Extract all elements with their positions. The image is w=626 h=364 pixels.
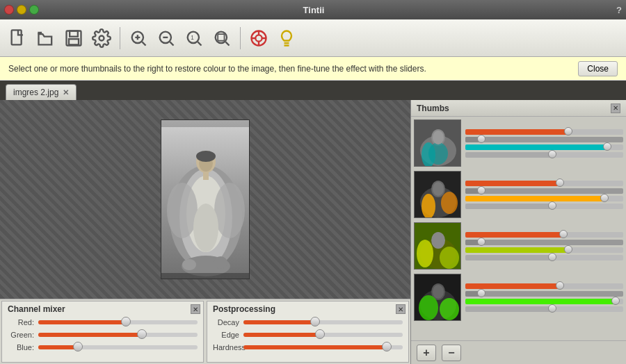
thumb4-slider2[interactable] xyxy=(465,291,623,297)
svg-text:1: 1 xyxy=(191,35,194,41)
thumb-image-1[interactable] xyxy=(414,119,461,167)
thumbs-header: Thumbs ✕ xyxy=(411,100,626,117)
thumb1-slider4[interactable] xyxy=(465,152,623,158)
main-content: Channel mixer ✕ Red: Green: xyxy=(0,100,626,364)
svg-point-23 xyxy=(193,204,218,252)
thumb-row-4[interactable] xyxy=(414,274,623,321)
thumb-row-1[interactable] xyxy=(414,119,623,167)
thumb-sliders-1 xyxy=(465,129,623,158)
thumb-sliders-2 xyxy=(465,181,623,209)
hardness-slider-row: Hardness xyxy=(213,343,403,351)
svg-point-44 xyxy=(417,240,433,267)
svg-rect-0 xyxy=(12,30,22,44)
thumbs-body[interactable] xyxy=(411,117,626,340)
svg-rect-2 xyxy=(70,31,78,36)
canvas-area[interactable] xyxy=(0,100,410,299)
new-icon[interactable] xyxy=(6,26,31,51)
thumb4-slider4[interactable] xyxy=(465,306,623,312)
save-icon[interactable] xyxy=(61,26,86,51)
notification-close-button[interactable]: Close xyxy=(578,61,618,76)
thumb-row-3[interactable] xyxy=(414,222,623,270)
decay-label: Decay xyxy=(213,318,239,326)
remove-thumb-button[interactable]: − xyxy=(442,345,461,361)
open-icon[interactable] xyxy=(33,26,58,51)
lifering-icon[interactable] xyxy=(246,26,271,51)
window-minimize-button[interactable] xyxy=(17,5,26,15)
thumb-image-2[interactable] xyxy=(414,171,461,218)
svg-point-51 xyxy=(440,298,459,320)
svg-point-9 xyxy=(216,31,227,42)
thumb-image-4[interactable] xyxy=(414,274,461,321)
zoom-in-icon[interactable] xyxy=(126,26,151,51)
thumb1-slider2[interactable] xyxy=(465,137,623,142)
svg-point-18 xyxy=(196,151,216,162)
notification-bar: Select one or more thumbnails to the rig… xyxy=(0,57,626,81)
svg-point-34 xyxy=(433,131,444,144)
thumb-sliders-4 xyxy=(465,283,623,312)
hardness-label: Hardness xyxy=(213,343,239,351)
zoom-fit-icon[interactable] xyxy=(209,26,234,51)
channel-mixer-panel: Channel mixer ✕ Red: Green: xyxy=(1,301,204,363)
svg-point-22 xyxy=(214,183,245,238)
svg-point-21 xyxy=(167,183,198,238)
svg-point-26 xyxy=(214,256,227,269)
thumbs-footer: + − xyxy=(411,340,626,364)
svg-point-38 xyxy=(422,194,435,218)
green-slider[interactable] xyxy=(38,333,198,337)
blue-slider[interactable] xyxy=(38,345,198,349)
svg-rect-28 xyxy=(161,273,250,279)
help-button[interactable]: ? xyxy=(616,5,622,15)
decay-slider-row: Decay xyxy=(213,318,403,326)
postprocessing-close-button[interactable]: ✕ xyxy=(396,304,406,314)
thumb4-slider3[interactable] xyxy=(465,299,623,304)
tab-bar: imgres 2.jpg ✕ xyxy=(0,81,626,100)
thumb3-slider2[interactable] xyxy=(465,240,623,245)
thumb3-slider4[interactable] xyxy=(465,255,623,260)
bottom-panels: Channel mixer ✕ Red: Green: xyxy=(0,299,410,364)
thumb1-slider1[interactable] xyxy=(465,129,623,135)
window-title: Tintii xyxy=(43,5,584,15)
hardness-slider[interactable] xyxy=(243,345,403,349)
toolbar-separator-1 xyxy=(120,27,120,49)
zoom-1-icon[interactable]: 1 xyxy=(182,26,207,51)
notification-message: Select one or more thumbnails to the rig… xyxy=(8,64,426,74)
thumb3-slider1[interactable] xyxy=(465,232,623,238)
window-close-button[interactable] xyxy=(4,5,14,15)
tab-close-icon[interactable]: ✕ xyxy=(63,88,69,97)
zoom-out-icon[interactable] xyxy=(154,26,179,51)
thumb3-slider3[interactable] xyxy=(465,247,623,253)
svg-point-33 xyxy=(428,142,448,165)
toolbar: 1 xyxy=(0,19,626,57)
svg-point-39 xyxy=(441,192,458,214)
thumbs-panel: Thumbs ✕ xyxy=(410,100,626,364)
red-slider[interactable] xyxy=(38,320,198,324)
thumb2-slider1[interactable] xyxy=(465,181,623,186)
thumb-image-3[interactable] xyxy=(414,222,461,270)
thumb-row-2[interactable] xyxy=(414,171,623,218)
postprocessing-title: Postprocessing xyxy=(213,304,403,314)
tab-imgres[interactable]: imgres 2.jpg ✕ xyxy=(6,84,77,100)
decay-slider[interactable] xyxy=(243,320,403,324)
svg-rect-10 xyxy=(218,34,224,40)
titlebar: Tintii ? xyxy=(0,0,626,19)
bulb-icon[interactable] xyxy=(274,26,299,51)
thumb1-slider3[interactable] xyxy=(465,144,623,150)
svg-point-40 xyxy=(433,182,444,196)
svg-point-25 xyxy=(182,259,196,270)
thumbs-close-button[interactable]: ✕ xyxy=(611,104,620,113)
svg-point-12 xyxy=(255,35,262,41)
thumb2-slider2[interactable] xyxy=(465,188,623,194)
edge-slider-row: Edge xyxy=(213,331,403,339)
channel-mixer-close-button[interactable]: ✕ xyxy=(191,304,200,314)
add-thumb-button[interactable]: + xyxy=(417,345,436,361)
red-label: Red: xyxy=(8,318,34,326)
window-maximize-button[interactable] xyxy=(29,5,39,15)
thumb2-slider4[interactable] xyxy=(465,204,623,209)
svg-point-46 xyxy=(433,233,444,247)
edit-icon[interactable] xyxy=(89,26,114,51)
thumb2-slider3[interactable] xyxy=(465,196,623,201)
svg-point-50 xyxy=(419,295,438,320)
svg-rect-3 xyxy=(69,39,79,44)
thumb4-slider1[interactable] xyxy=(465,283,623,289)
edge-slider[interactable] xyxy=(243,333,403,337)
